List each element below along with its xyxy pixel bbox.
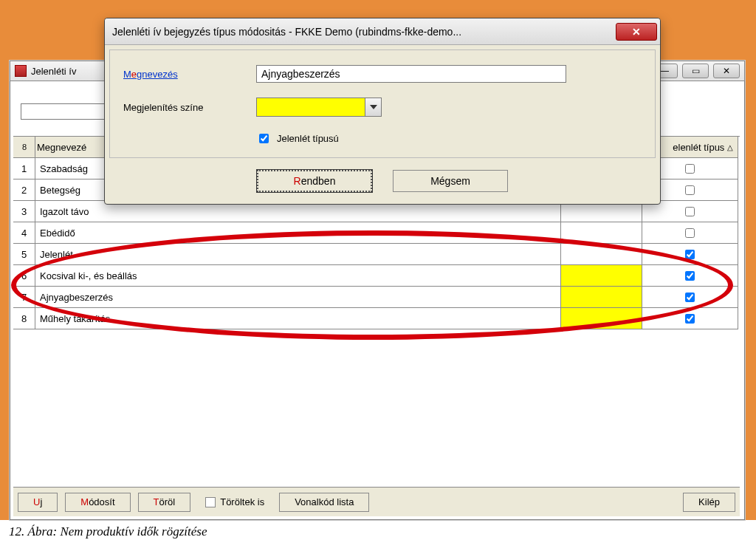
cancel-button[interactable]: Mégsem xyxy=(393,170,508,192)
row-check[interactable] xyxy=(642,287,738,308)
row-index: 6 xyxy=(13,265,35,287)
presence-label: Jelenlét típusú xyxy=(277,133,339,144)
row-checkbox[interactable] xyxy=(685,207,695,216)
exit-button[interactable]: Kilép xyxy=(683,493,735,512)
row-index: 2 xyxy=(13,179,35,201)
row-index: 3 xyxy=(13,201,35,222)
ok-button[interactable]: Rendben xyxy=(257,170,372,192)
row-name: Ebédidő xyxy=(35,222,561,244)
presence-checkbox[interactable] xyxy=(259,134,269,143)
app-icon xyxy=(15,65,27,77)
new-button[interactable]: Uj xyxy=(18,493,58,512)
name-input[interactable] xyxy=(256,65,566,83)
dialog-title-text: Jelenléti ív bejegyzés típus módositás -… xyxy=(112,26,461,38)
row-checkbox[interactable] xyxy=(685,250,695,259)
row-name: Ajnyagbeszerzés xyxy=(35,287,561,308)
row-checkbox[interactable] xyxy=(685,271,695,281)
row-color xyxy=(561,265,642,287)
row-checkbox[interactable] xyxy=(685,164,695,174)
row-checkbox[interactable] xyxy=(685,314,695,324)
row-index: 1 xyxy=(13,158,35,179)
close-button[interactable]: ✕ xyxy=(713,64,740,78)
header-index[interactable]: 8 xyxy=(13,137,35,158)
row-check[interactable] xyxy=(642,222,738,244)
name-label[interactable]: Megnevezés xyxy=(123,69,256,80)
delete-button[interactable]: Töröl xyxy=(138,493,191,512)
row-color xyxy=(561,222,642,244)
row-index: 7 xyxy=(13,287,35,308)
dialog-titlebar: Jelenléti ív bejegyzés típus módositás -… xyxy=(105,18,660,45)
button-bar: Uj Módosít Töröl Töröltek is Vonalkód li… xyxy=(13,487,740,516)
color-swatch xyxy=(257,98,365,116)
row-name: Jelenlét xyxy=(35,244,561,265)
deleted-also-label: Töröltek is xyxy=(220,496,264,507)
row-color xyxy=(561,287,642,308)
row-name: Műhely takarítás xyxy=(35,308,561,329)
row-check[interactable] xyxy=(642,265,738,287)
row-check[interactable] xyxy=(642,308,738,329)
table-row[interactable]: 7Ajnyagbeszerzés xyxy=(13,287,740,308)
dropdown-icon[interactable] xyxy=(365,98,381,116)
table-row[interactable]: 8Műhely takarítás xyxy=(13,308,740,329)
edit-button[interactable]: Módosít xyxy=(65,493,130,512)
row-index: 8 xyxy=(13,308,35,329)
row-check[interactable] xyxy=(642,244,738,265)
row-index: 4 xyxy=(13,222,35,244)
barcode-list-button[interactable]: Vonalkód lista xyxy=(279,493,369,512)
main-window-title: Jelenléti ív xyxy=(31,66,76,77)
maximize-button[interactable]: ▭ xyxy=(682,64,709,78)
row-index: 5 xyxy=(13,244,35,265)
edit-dialog: Jelenléti ív bejegyzés típus módositás -… xyxy=(104,18,661,205)
table-row[interactable]: 6Kocsival ki-, és beállás xyxy=(13,265,740,287)
table-row[interactable]: 4Ebédidő xyxy=(13,222,740,244)
color-label: Megjelenítés színe xyxy=(123,102,256,113)
dialog-close-button[interactable]: ✕ xyxy=(616,23,657,41)
table-row[interactable]: 5Jelenlét xyxy=(13,244,740,265)
row-checkbox[interactable] xyxy=(685,293,695,302)
color-combo[interactable] xyxy=(256,98,382,117)
row-checkbox[interactable] xyxy=(685,228,695,238)
row-color xyxy=(561,308,642,329)
deleted-also-checkbox[interactable]: Töröltek is xyxy=(205,496,264,507)
row-checkbox[interactable] xyxy=(685,185,695,195)
figure-caption: 12. Ábra: Nem produktív idők rögzítése xyxy=(9,524,213,539)
filter-input[interactable] xyxy=(21,103,109,120)
row-color xyxy=(561,244,642,265)
row-name: Kocsival ki-, és beállás xyxy=(35,265,561,287)
